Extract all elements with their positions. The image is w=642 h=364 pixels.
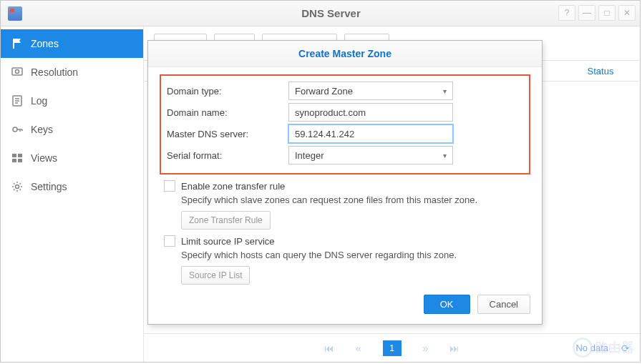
gear-icon — [11, 180, 24, 193]
sidebar-item-views[interactable]: Views — [1, 144, 143, 172]
pager-current: 1 — [383, 340, 402, 356]
sidebar-item-label: Zones — [31, 38, 59, 49]
sidebar-item-label: Keys — [31, 124, 53, 135]
limit-source-ip-desc: Specify which hosts can query the DNS se… — [181, 250, 530, 260]
chevron-down-icon: ▾ — [443, 87, 447, 95]
log-icon — [11, 94, 24, 107]
zone-transfer-rule-button[interactable]: Zone Transfer Rule — [181, 211, 271, 230]
ok-button[interactable]: OK — [424, 295, 470, 314]
sidebar-item-settings[interactable]: Settings — [1, 172, 143, 201]
sidebar-item-label: Settings — [31, 181, 67, 192]
domain-type-select[interactable]: Forward Zone ▾ — [288, 82, 453, 100]
resolution-icon — [11, 66, 24, 79]
pager: ⏮ « 1 » ⏭ No data ⟳ — [144, 333, 640, 362]
domain-name-input[interactable] — [288, 103, 453, 122]
minimize-button[interactable]: — — [578, 5, 595, 21]
cancel-button[interactable]: Cancel — [477, 295, 530, 314]
domain-name-label: Domain name: — [167, 107, 288, 118]
column-header-status[interactable]: Status — [561, 66, 640, 77]
maximize-button[interactable]: □ — [598, 5, 616, 21]
master-dns-input[interactable] — [288, 124, 453, 143]
sidebar-item-log[interactable]: Log — [1, 87, 143, 115]
refresh-icon[interactable]: ⟳ — [621, 343, 630, 354]
pager-no-data: No data — [575, 343, 608, 353]
app-icon — [8, 6, 22, 21]
sidebar: Zones Resolution Log Keys — [1, 26, 144, 362]
enable-zone-transfer-label: Enable zone transfer rule — [181, 181, 285, 192]
limit-source-ip-checkbox[interactable] — [164, 235, 175, 247]
dialog-body: Domain type: Forward Zone ▾ Domain name:… — [148, 67, 542, 287]
svg-point-6 — [13, 127, 17, 132]
svg-rect-10 — [12, 154, 16, 157]
sidebar-item-label: Resolution — [31, 67, 78, 78]
svg-rect-13 — [18, 159, 22, 162]
pager-last-icon[interactable]: ⏭ — [449, 343, 459, 354]
limit-source-ip-label: Limit source IP service — [181, 236, 275, 247]
create-master-zone-dialog: Create Master Zone Domain type: Forward … — [147, 40, 543, 325]
window-controls: ? — □ ✕ — [558, 5, 636, 21]
serial-format-select[interactable]: Integer ▾ — [288, 146, 453, 164]
pager-prev-icon[interactable]: « — [356, 343, 361, 354]
svg-rect-12 — [12, 159, 16, 162]
chevron-down-icon: ▾ — [443, 152, 447, 159]
svg-rect-0 — [12, 68, 22, 75]
zone-transfer-desc: Specify which slave zones can request zo… — [181, 195, 530, 205]
pager-next-icon[interactable]: » — [423, 343, 429, 354]
domain-type-label: Domain type: — [167, 86, 288, 97]
enable-zone-transfer-checkbox[interactable] — [164, 180, 175, 192]
sidebar-item-label: Log — [31, 95, 47, 107]
titlebar: DNS Server ? — □ ✕ — [1, 1, 640, 26]
source-ip-list-button[interactable]: Source IP List — [181, 266, 250, 285]
dialog-title: Create Master Zone — [148, 41, 542, 67]
key-icon — [11, 123, 24, 136]
sidebar-item-resolution[interactable]: Resolution — [1, 58, 143, 87]
flag-icon — [11, 37, 24, 50]
highlighted-region: Domain type: Forward Zone ▾ Domain name:… — [160, 74, 530, 174]
sidebar-item-zones[interactable]: Zones — [1, 29, 143, 58]
sidebar-item-label: Views — [31, 152, 57, 164]
svg-rect-11 — [18, 154, 22, 157]
dialog-footer: OK Cancel — [148, 287, 542, 324]
window-title: DNS Server — [22, 7, 640, 19]
pager-first-icon[interactable]: ⏮ — [324, 343, 334, 354]
app-window: DNS Server ? — □ ✕ Zones Resolution — [0, 0, 641, 363]
views-icon — [11, 152, 24, 164]
master-dns-label: Master DNS server: — [167, 129, 288, 139]
close-button[interactable]: ✕ — [618, 5, 636, 21]
serial-format-label: Serial format: — [167, 150, 288, 161]
help-button[interactable]: ? — [558, 5, 575, 21]
svg-point-1 — [16, 70, 19, 74]
svg-point-14 — [16, 185, 19, 189]
sidebar-item-keys[interactable]: Keys — [1, 115, 143, 144]
